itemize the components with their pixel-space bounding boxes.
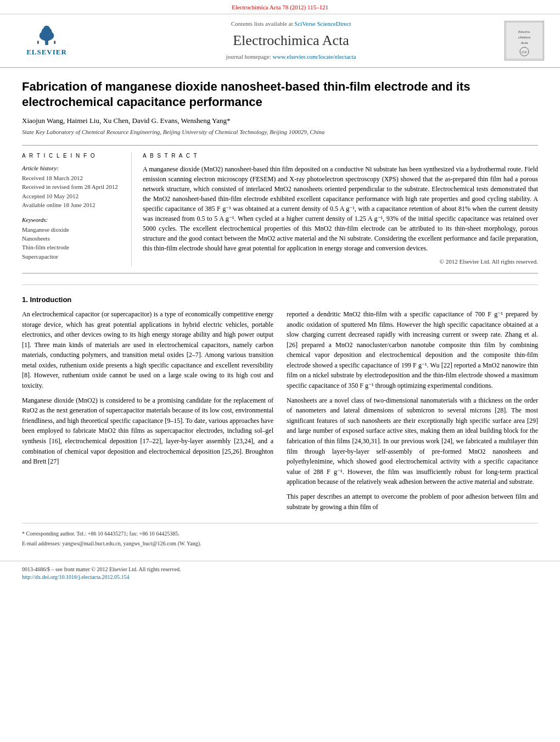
main-content: Fabrication of manganese dioxide nanoshe… <box>0 68 560 561</box>
journal-title-section: Contents lists available at SciVerse Sci… <box>88 20 494 61</box>
intro-col-right: reported a dendritic MnO2 thin-film with… <box>287 309 538 516</box>
copyright: © 2012 Elsevier Ltd. All rights reserved… <box>143 258 538 266</box>
abstract-text: A manganese dioxide (MnO2) nanosheet-bas… <box>143 164 538 253</box>
available-date: Available online 18 June 2012 <box>22 201 122 209</box>
article-info-abstract-grid: A R T I C L E I N F O Article history: R… <box>22 145 538 273</box>
keyword-1: Manganese dioxide <box>22 226 122 234</box>
keyword-4: Supercapacitor <box>22 253 122 261</box>
journal-logo-section: Electro- chimica Acta ISE <box>500 21 549 60</box>
intro-col-left: An electrochemical capacitor (or superca… <box>22 309 273 516</box>
page-footer: 0013-4686/$ – see front matter © 2012 El… <box>0 561 560 585</box>
article-title: Fabrication of manganese dioxide nanoshe… <box>22 79 538 110</box>
journal-logo-image: Electro- chimica Acta ISE <box>506 22 543 59</box>
svg-point-3 <box>43 26 49 31</box>
journal-homepage: journal homepage: www.elsevier.com/locat… <box>88 53 494 61</box>
footer-copyright: 0013-4686/$ – see front matter © 2012 El… <box>22 566 538 573</box>
electrochimica-logo: Electro- chimica Acta ISE <box>505 21 544 60</box>
footnote-1: * Corresponding author. Tel.: +86 10 644… <box>22 530 538 538</box>
section-1-header: 1. Introduction <box>22 295 538 305</box>
abstract-section: A B S T R A C T A manganese dioxide (MnO… <box>143 152 538 266</box>
intro-right-p1: reported a dendritic MnO2 thin-film with… <box>287 309 538 391</box>
keywords-label: Keywords: <box>22 216 122 224</box>
received-date-2: Received in revised form 28 April 2012 <box>22 183 122 191</box>
intro-right-p2: Nanosheets are a novel class of two-dime… <box>287 395 538 487</box>
svg-rect-5 <box>54 41 55 44</box>
section-divider <box>22 284 538 285</box>
intro-left-p1: An electrochemical capacitor (or superca… <box>22 309 273 391</box>
keyword-2: Nanosheets <box>22 235 122 243</box>
abstract-title: A B S T R A C T <box>143 152 538 160</box>
svg-rect-4 <box>37 41 39 44</box>
journal-citation-bar: Electrochimica Acta 78 (2012) 115–121 <box>0 0 560 14</box>
svg-text:chimica: chimica <box>518 35 531 40</box>
journal-name: Electrochimica Acta <box>88 31 494 51</box>
elsevier-logo-section: ELSEVIER <box>11 24 82 57</box>
article-info-title: A R T I C L E I N F O <box>22 152 122 160</box>
keyword-3: Thin-film electrode <box>22 243 122 252</box>
affiliation: State Key Laboratory of Chemical Resourc… <box>22 128 538 136</box>
intro-right-p3: This paper describes an attempt to overc… <box>287 492 538 512</box>
intro-left-p2: Manganese dioxide (MnO2) is considered t… <box>22 395 273 467</box>
svg-text:Electro-: Electro- <box>518 30 531 34</box>
article-info-section: A R T I C L E I N F O Article history: R… <box>22 152 132 266</box>
elsevier-label: ELSEVIER <box>26 47 67 57</box>
journal-citation: Electrochimica Acta 78 (2012) 115–121 <box>232 4 328 10</box>
sciverse-link-text[interactable]: SciVerse ScienceDirect <box>294 20 351 27</box>
svg-text:ISE: ISE <box>522 50 528 54</box>
history-label: Article history: <box>22 164 122 172</box>
journal-header: ELSEVIER Contents lists available at Sci… <box>0 14 560 68</box>
received-date-1: Received 18 March 2012 <box>22 174 122 182</box>
sciverse-link: Contents lists available at SciVerse Sci… <box>88 20 494 28</box>
doi-link[interactable]: http://dx.doi.org/10.1016/j.electacta.20… <box>22 574 130 580</box>
accepted-date: Accepted 10 May 2012 <box>22 192 122 200</box>
elsevier-tree-icon <box>30 24 63 46</box>
intro-two-col: An electrochemical capacitor (or superca… <box>22 309 538 516</box>
footer-doi: http://dx.doi.org/10.1016/j.electacta.20… <box>22 573 538 581</box>
homepage-link[interactable]: www.elsevier.com/locate/electacta <box>272 53 356 60</box>
footnote-divider <box>22 523 538 523</box>
svg-text:Acta: Acta <box>520 41 528 45</box>
footnote-2: E-mail addresses: yangws@mail.buct.edu.c… <box>22 540 538 548</box>
elsevier-logo: ELSEVIER <box>16 24 77 57</box>
authors: Xiaojun Wang, Haimei Liu, Xu Chen, David… <box>22 116 538 126</box>
keywords-list: Manganese dioxide Nanosheets Thin-film e… <box>22 226 122 261</box>
